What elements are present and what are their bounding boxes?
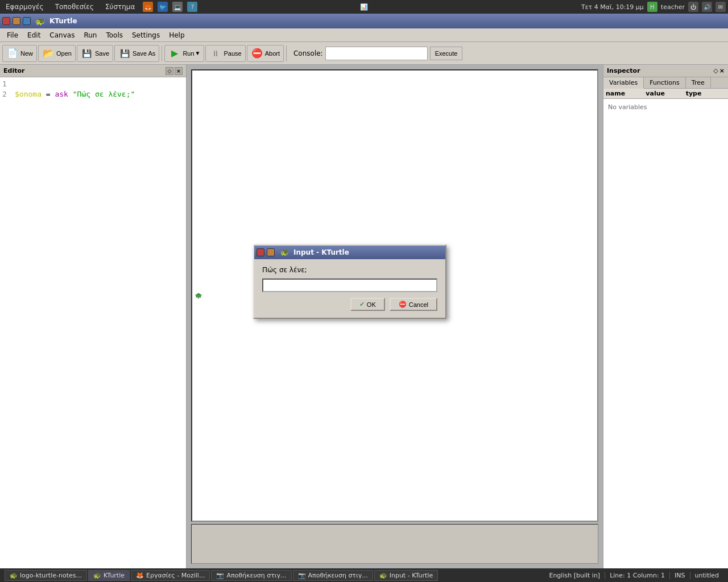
system-bar: Εφαρμογές Τοποθεσίες Σύστημα 🦊 🐦 💻 ? 📊 Τ… bbox=[0, 0, 728, 14]
taskbar-icon-1: 🐢 bbox=[93, 572, 101, 579]
new-button[interactable]: 📄 New bbox=[2, 45, 37, 62]
apps-menu[interactable]: Εφαρμογές bbox=[2, 3, 47, 11]
menu-file[interactable]: File bbox=[2, 30, 23, 40]
status-bar: 🐢 logo-kturtle-notes... 🐢 KTurtle 🦊 Εργα… bbox=[0, 568, 728, 582]
inspector-tabs: Variables Functions Tree bbox=[603, 77, 728, 89]
editor-title-bar: Editor ◇ × bbox=[0, 65, 186, 77]
window-maximize-button[interactable] bbox=[23, 17, 31, 25]
taskbar-item-1[interactable]: 🐢 KTurtle bbox=[88, 570, 130, 581]
save-button[interactable]: 💾 Save bbox=[77, 45, 113, 62]
dialog-buttons: ✔ OK ⛔ Cancel bbox=[262, 298, 437, 311]
menu-tools[interactable]: Tools bbox=[101, 30, 127, 40]
execute-button[interactable]: Execute bbox=[430, 47, 463, 60]
taskbar-item-3[interactable]: 📷 Αποθήκευση στιγ... bbox=[211, 570, 291, 581]
editor-float-button[interactable]: ◇ bbox=[166, 67, 173, 75]
dialog-text-input[interactable] bbox=[262, 278, 437, 292]
inspector-title-bar: Inspector ◇ × bbox=[603, 65, 728, 77]
firefox-icon[interactable]: 🦊 bbox=[143, 2, 153, 12]
editor-title-label: Editor bbox=[3, 67, 24, 74]
thunderbird-icon[interactable]: 🐦 bbox=[158, 2, 168, 12]
svg-point-1 bbox=[197, 293, 200, 296]
abort-button[interactable]: ⛔ Abort bbox=[247, 45, 284, 62]
inspector-float-button[interactable]: ◇ bbox=[713, 67, 718, 74]
console-input[interactable] bbox=[325, 47, 428, 60]
places-menu[interactable]: Τοποθεσίες bbox=[52, 3, 97, 11]
code-content-2: $onoma = ask "Πώς σε λένε;" bbox=[15, 90, 135, 100]
toolbar-separator-1 bbox=[162, 45, 162, 61]
window-minimize-button[interactable] bbox=[13, 17, 20, 25]
dialog-title-icon: 🐢 bbox=[280, 248, 289, 256]
menu-run[interactable]: Run bbox=[79, 30, 101, 40]
inspector-controls: ◇ × bbox=[713, 67, 725, 74]
editor-body[interactable]: 1 2 $onoma = ask "Πώς σε λένε;" bbox=[0, 77, 186, 568]
taskbar-item-4[interactable]: 📷 Αποθήκευση στιγ... bbox=[293, 570, 373, 581]
col-name: name bbox=[606, 90, 646, 97]
toolbar-separator-2 bbox=[286, 45, 287, 61]
power-icon[interactable]: ⏻ bbox=[688, 2, 698, 12]
mail-icon[interactable]: ✉ bbox=[715, 2, 726, 12]
tab-variables[interactable]: Variables bbox=[603, 77, 644, 89]
svg-point-2 bbox=[195, 294, 197, 296]
dialog-minimize-button[interactable] bbox=[267, 248, 275, 256]
svg-point-4 bbox=[196, 297, 197, 298]
menu-canvas[interactable]: Canvas bbox=[45, 30, 79, 40]
dialog-ok-button[interactable]: ✔ OK bbox=[350, 298, 385, 311]
col-type: type bbox=[686, 90, 726, 97]
toolbar: 📄 New 📂 Open 💾 Save 💾 Save As ▶ Run ▼ ⏸ … bbox=[0, 42, 728, 65]
dialog-cancel-button[interactable]: ⛔ Cancel bbox=[390, 298, 437, 311]
editor-close-button[interactable]: × bbox=[175, 67, 183, 75]
help-icon[interactable]: ? bbox=[187, 2, 197, 12]
title-bar: 🐢 KTurtle bbox=[0, 14, 728, 28]
save-icon: 💾 bbox=[81, 47, 93, 60]
run-button[interactable]: ▶ Run ▼ bbox=[164, 45, 204, 62]
cancel-label: Cancel bbox=[409, 301, 428, 308]
new-icon: 📄 bbox=[6, 47, 19, 60]
taskbar-icon-2: 🦊 bbox=[136, 572, 144, 579]
dialog-body: Πώς σε λένε; ✔ OK ⛔ Cancel bbox=[254, 259, 445, 318]
run-dropdown-arrow[interactable]: ▼ bbox=[195, 50, 201, 56]
window-title: KTurtle bbox=[49, 17, 726, 25]
inspector-panel: Inspector ◇ × Variables Functions Tree n… bbox=[603, 65, 728, 568]
taskbar-label-3: Αποθήκευση στιγ... bbox=[226, 572, 286, 579]
inspector-close-button[interactable]: × bbox=[719, 67, 725, 74]
cancel-circle-icon: ⛔ bbox=[399, 301, 407, 308]
taskbar-label-2: Εργασίες - Mozill... bbox=[146, 572, 205, 579]
menu-edit[interactable]: Edit bbox=[23, 30, 45, 40]
input-dialog: 🐢 Input - KTurtle Πώς σε λένε; ✔ OK ⛔ Ca… bbox=[253, 244, 446, 319]
audio-visualizer: 📊 bbox=[360, 3, 368, 11]
turtle-svg bbox=[195, 292, 202, 300]
taskbar-label-0: logo-kturtle-notes... bbox=[20, 572, 82, 579]
taskbar-icon-3: 📷 bbox=[216, 572, 224, 579]
line-number-1: 1 bbox=[2, 80, 11, 90]
pause-button[interactable]: ⏸ Pause bbox=[205, 45, 245, 62]
run-icon: ▶ bbox=[168, 47, 181, 60]
pause-icon: ⏸ bbox=[209, 47, 222, 60]
taskbar-label-1: KTurtle bbox=[104, 572, 125, 579]
volume-icon[interactable]: 🔊 bbox=[702, 2, 712, 12]
save-as-button[interactable]: 💾 Save As bbox=[114, 45, 159, 62]
inspector-body: name value type No variables bbox=[603, 89, 728, 568]
ok-checkmark-icon: ✔ bbox=[359, 301, 365, 308]
menu-settings[interactable]: Settings bbox=[127, 30, 164, 40]
canvas-bottom-panel bbox=[191, 524, 598, 564]
turtle bbox=[195, 292, 202, 300]
taskbar-icon-0: 🐢 bbox=[10, 572, 18, 579]
status-position: Line: 1 Column: 1 bbox=[605, 572, 670, 579]
taskbar-item-0[interactable]: 🐢 logo-kturtle-notes... bbox=[5, 570, 87, 581]
taskbar-icon-5: 🐢 bbox=[379, 572, 387, 579]
terminal-icon[interactable]: 💻 bbox=[172, 2, 183, 12]
menu-bar: File Edit Canvas Run Tools Settings Help bbox=[0, 28, 728, 42]
menu-help[interactable]: Help bbox=[164, 30, 189, 40]
taskbar-item-5[interactable]: 🐢 Input - KTurtle bbox=[374, 570, 438, 581]
dialog-close-button[interactable] bbox=[257, 248, 264, 256]
taskbar-item-2[interactable]: 🦊 Εργασίες - Mozill... bbox=[131, 570, 210, 581]
tab-tree[interactable]: Tree bbox=[686, 77, 711, 88]
taskbar-icon-4: 📷 bbox=[298, 572, 306, 579]
window-close-button[interactable] bbox=[2, 17, 10, 25]
ok-label: OK bbox=[367, 301, 376, 308]
open-button[interactable]: 📂 Open bbox=[38, 45, 76, 62]
tab-functions[interactable]: Functions bbox=[644, 77, 686, 88]
datetime-display: Τετ 4 Μαϊ, 10:19 μμ bbox=[581, 3, 644, 11]
system-menu[interactable]: Σύστημα bbox=[102, 3, 139, 11]
network-icon[interactable]: Η bbox=[647, 2, 657, 12]
